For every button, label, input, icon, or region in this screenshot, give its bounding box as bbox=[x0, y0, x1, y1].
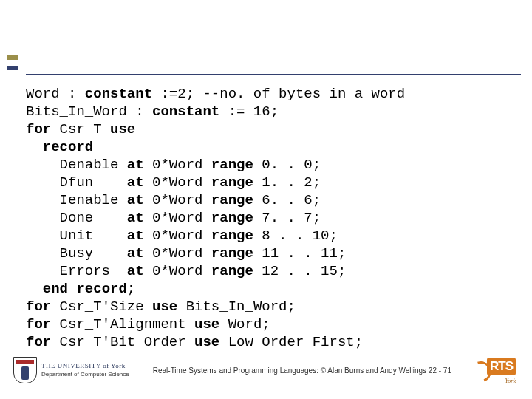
code-text: 0*Word bbox=[144, 210, 211, 226]
kw-range: range bbox=[211, 263, 253, 279]
kw-for: for bbox=[26, 316, 51, 332]
rts-york-text: York bbox=[505, 378, 516, 384]
code-text: 8 . . 10; bbox=[253, 228, 338, 244]
footer: THE UNIVERSITY of York Department of Com… bbox=[0, 356, 532, 384]
code-text: 11 . . 11; bbox=[253, 245, 346, 262]
code-text: Word : bbox=[26, 86, 85, 102]
shield-icon bbox=[13, 357, 37, 383]
field-name: Errors bbox=[60, 263, 127, 279]
code-text: Csr_T bbox=[51, 121, 110, 137]
code-text: ; bbox=[127, 281, 135, 297]
uoy-line2: Department of Computer Science bbox=[41, 372, 129, 378]
accent-top-bars bbox=[7, 55, 18, 70]
field-name: Dfun bbox=[60, 174, 127, 191]
accent-bar-blue bbox=[7, 66, 18, 70]
horizontal-rule bbox=[26, 74, 521, 75]
kw-constant: constant bbox=[152, 103, 219, 120]
code-text: 0. . 0; bbox=[253, 157, 321, 173]
code-text: Csr_T'Alignment bbox=[51, 316, 194, 332]
kw-at: at bbox=[127, 263, 144, 279]
kw-at: at bbox=[127, 157, 144, 173]
kw-at: at bbox=[127, 245, 144, 262]
kw-use: use bbox=[110, 121, 135, 137]
kw-use: use bbox=[194, 334, 219, 350]
kw-at: at bbox=[127, 192, 144, 208]
field-name: Busy bbox=[60, 245, 127, 262]
code-text: 1. . 2; bbox=[253, 174, 321, 191]
kw-use: use bbox=[194, 316, 219, 332]
field-name: Denable bbox=[60, 157, 127, 173]
code-text: Bits_In_Word : bbox=[26, 103, 152, 120]
code-text: 0*Word bbox=[144, 192, 211, 208]
kw-range: range bbox=[211, 192, 253, 208]
kw-at: at bbox=[127, 228, 144, 244]
kw-for: for bbox=[26, 121, 51, 137]
university-of-york-logo: THE UNIVERSITY of York Department of Com… bbox=[13, 357, 129, 383]
credit-line: Real-Time Systems and Programming Langua… bbox=[129, 366, 475, 375]
rts-badge: RTS bbox=[487, 358, 516, 375]
code-block: Word : constant :=2; --no. of bytes in a… bbox=[26, 85, 405, 351]
code-text: :=2; --no. of bytes in a word bbox=[152, 86, 405, 102]
code-text: 6. . 6; bbox=[253, 192, 321, 208]
code-text: 0*Word bbox=[144, 157, 211, 173]
kw-at: at bbox=[127, 174, 144, 191]
code-text: 12 . . 15; bbox=[253, 263, 346, 279]
kw-use: use bbox=[152, 299, 177, 315]
kw-record: record bbox=[43, 139, 93, 155]
code-text: Word; bbox=[219, 316, 270, 332]
code-text: Csr_T'Size bbox=[51, 299, 152, 315]
code-text: Csr_T'Bit_Order bbox=[51, 334, 194, 350]
kw-range: range bbox=[211, 210, 253, 226]
kw-end-record: end record bbox=[43, 281, 127, 297]
field-name: Unit bbox=[60, 228, 127, 244]
field-name: Done bbox=[60, 210, 127, 226]
code-text: Low_Order_First; bbox=[219, 334, 363, 350]
code-text: 0*Word bbox=[144, 245, 211, 262]
uoy-line1: THE UNIVERSITY of York bbox=[41, 363, 129, 369]
code-text: Bits_In_Word; bbox=[177, 299, 296, 315]
kw-constant: constant bbox=[85, 86, 152, 102]
kw-range: range bbox=[211, 174, 253, 191]
rts-york-logo: RTS York bbox=[475, 359, 516, 381]
slide: Word : constant :=2; --no. of bytes in a… bbox=[0, 0, 532, 399]
code-text: 7. . 7; bbox=[253, 210, 321, 226]
uoy-text: THE UNIVERSITY of York Department of Com… bbox=[41, 363, 129, 378]
code-text: := 16; bbox=[219, 103, 279, 120]
code-text: 0*Word bbox=[144, 263, 211, 279]
kw-for: for bbox=[26, 334, 51, 350]
code-text: 0*Word bbox=[144, 174, 211, 191]
field-name: Ienable bbox=[60, 192, 127, 208]
kw-at: at bbox=[127, 210, 144, 226]
code-text: 0*Word bbox=[144, 228, 211, 244]
kw-range: range bbox=[211, 245, 253, 262]
kw-for: for bbox=[26, 299, 51, 315]
kw-range: range bbox=[211, 157, 253, 173]
kw-range: range bbox=[211, 228, 253, 244]
accent-bar-gold bbox=[7, 55, 18, 60]
